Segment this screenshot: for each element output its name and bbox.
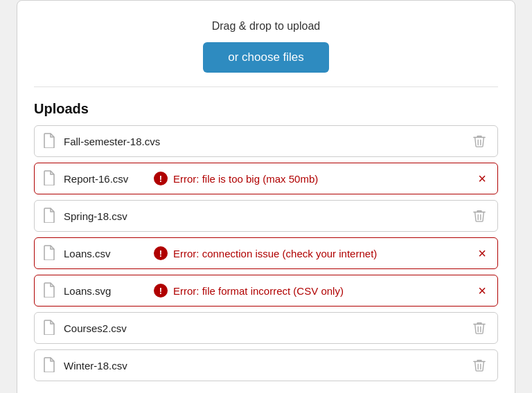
delete-file-button[interactable] (470, 321, 489, 335)
choose-files-button[interactable]: or choose files (203, 42, 329, 73)
file-icon (43, 170, 57, 187)
file-icon (43, 357, 57, 374)
delete-file-button[interactable] (470, 134, 489, 148)
file-row: Report-16.csv!Error: file is too big (ma… (34, 163, 498, 194)
error-text: Error: file format incorrect (CSV only) (173, 285, 344, 297)
file-row: Spring-18.csv (34, 200, 498, 232)
file-row: Loans.csv!Error: connection issue (check… (34, 237, 498, 269)
error-icon: ! (154, 172, 168, 185)
remove-error-button[interactable]: × (475, 246, 489, 260)
error-message: !Error: connection issue (check your int… (154, 246, 475, 260)
delete-file-button[interactable] (470, 209, 489, 223)
file-row: Courses2.csv (34, 312, 498, 344)
file-list: Fall-semester-18.cvs Report-16.csv!Error… (34, 125, 498, 381)
file-icon (43, 320, 57, 336)
file-row: Winter-18.csv (34, 349, 498, 381)
drag-drop-text: Drag & drop to upload (34, 20, 498, 33)
upload-area: Drag & drop to upload or choose files (34, 20, 498, 87)
error-message: !Error: file is too big (max 50mb) (154, 172, 475, 185)
file-row: Fall-semester-18.cvs (34, 125, 498, 157)
file-name: Loans.csv (64, 248, 147, 259)
file-name: Spring-18.csv (64, 210, 147, 222)
file-name: Report-16.csv (64, 173, 147, 185)
uploads-section: Uploads Fall-semester-18.cvs Report-16.c… (34, 101, 498, 381)
file-name: Winter-18.csv (64, 360, 147, 372)
delete-file-button[interactable] (470, 358, 489, 372)
remove-error-button[interactable]: × (475, 172, 489, 185)
uploads-title: Uploads (34, 101, 498, 117)
error-message: !Error: file format incorrect (CSV only) (154, 284, 475, 298)
file-icon (43, 282, 57, 299)
remove-error-button[interactable]: × (475, 284, 489, 298)
file-icon (43, 208, 57, 224)
file-row: Loans.svg!Error: file format incorrect (… (34, 275, 498, 307)
file-icon (43, 245, 57, 262)
file-name: Loans.svg (64, 285, 147, 297)
file-icon (43, 133, 57, 149)
error-text: Error: file is too big (max 50mb) (173, 173, 318, 185)
file-name: Courses2.csv (64, 322, 147, 334)
error-icon: ! (154, 246, 168, 260)
file-name: Fall-semester-18.cvs (64, 136, 160, 147)
error-icon: ! (154, 284, 168, 298)
error-text: Error: connection issue (check your inte… (173, 248, 377, 259)
main-container: Drag & drop to upload or choose files Up… (17, 0, 515, 393)
